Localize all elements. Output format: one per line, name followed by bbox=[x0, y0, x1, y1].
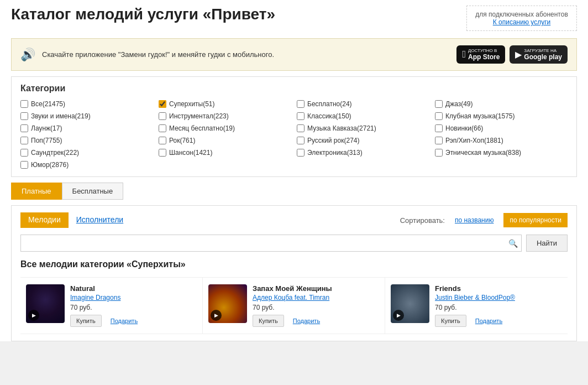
song-info-natural: Natural Imagine Dragons 70 руб. Купить П… bbox=[70, 284, 197, 327]
categories-section: Категории Все(21475)Суперхиты(51)Бесплат… bbox=[11, 76, 577, 177]
category-label-instrumental[interactable]: Инструментал(223) bbox=[169, 112, 229, 120]
tab-melodies[interactable]: Мелодии bbox=[20, 212, 69, 228]
song-title-natural: Natural bbox=[70, 284, 197, 293]
song-thumb-friends: ▶ bbox=[391, 284, 429, 323]
category-label-ethnic[interactable]: Этническая музыка(838) bbox=[445, 149, 521, 157]
buy-button-zapah[interactable]: Купить bbox=[253, 315, 284, 327]
category-checkbox-russianrock[interactable] bbox=[297, 137, 305, 144]
category-label-jazz[interactable]: Джаз(49) bbox=[445, 100, 473, 108]
category-label-electronic[interactable]: Электроника(313) bbox=[307, 149, 363, 157]
category-label-superhits[interactable]: Суперхиты(51) bbox=[169, 100, 215, 108]
appstore-badge[interactable]:  Доступно в App Store bbox=[456, 45, 505, 64]
category-item-free: Бесплатно(24) bbox=[297, 99, 429, 109]
category-item-caucasus: Музыка Кавказа(2721) bbox=[297, 123, 429, 133]
category-label-chanson[interactable]: Шансон(1421) bbox=[169, 149, 212, 157]
category-checkbox-instrumental[interactable] bbox=[159, 112, 166, 120]
appstore-title: App Store bbox=[468, 53, 500, 61]
header: Каталог мелодий услуги «Привет» для подк… bbox=[0, 0, 588, 34]
category-item-monthfree: Месяц бесплатно(19) bbox=[159, 123, 291, 133]
category-checkbox-superhits[interactable] bbox=[159, 100, 166, 108]
category-label-free[interactable]: Бесплатно(24) bbox=[307, 100, 352, 108]
category-checkbox-raphiphop[interactable] bbox=[435, 137, 443, 144]
gift-button-friends[interactable]: Подарить bbox=[470, 315, 508, 327]
play-button-zapah[interactable]: ▶ bbox=[211, 310, 222, 321]
category-label-sounds[interactable]: Звуки и имена(219) bbox=[31, 112, 91, 120]
category-checkbox-jazz[interactable] bbox=[435, 100, 443, 108]
category-label-monthfree[interactable]: Месяц бесплатно(19) bbox=[169, 124, 235, 132]
googleplay-badge[interactable]: ▶ ЗАГРУЗИТЕ НА Google play bbox=[510, 45, 568, 64]
category-label-clubmusic[interactable]: Клубная музыка(1575) bbox=[445, 112, 515, 120]
category-label-rock[interactable]: Рок(761) bbox=[169, 137, 195, 144]
category-item-pop: Поп(7755) bbox=[20, 136, 153, 145]
song-thumb-zapah: ▶ bbox=[208, 284, 247, 323]
song-actions-zapah: Купить Подарить bbox=[253, 315, 379, 327]
header-right: для подключенных абонентов К описанию ус… bbox=[466, 6, 577, 31]
buy-button-friends[interactable]: Купить bbox=[435, 315, 466, 327]
paid-filter-tab[interactable]: Платные bbox=[11, 183, 62, 200]
sort-label: Сортировать: bbox=[400, 216, 445, 225]
song-actions-friends: Купить Подарить bbox=[435, 315, 562, 327]
page-title: Каталог мелодий услуги «Привет» bbox=[11, 6, 275, 23]
category-item-classic: Классика(150) bbox=[297, 111, 429, 121]
category-label-russianrock[interactable]: Русский рок(274) bbox=[307, 137, 359, 144]
category-item-chanson: Шансон(1421) bbox=[159, 148, 291, 158]
category-checkbox-pop[interactable] bbox=[20, 137, 28, 144]
song-info-friends: Friends Justin Bieber & BloodPop® 70 руб… bbox=[435, 284, 562, 327]
song-title-zapah: Запах Моей Женщины bbox=[253, 284, 379, 293]
banner-text: Скачайте приложение "Замени гудок!" и ме… bbox=[42, 50, 450, 59]
category-checkbox-classic[interactable] bbox=[297, 112, 305, 120]
category-checkbox-sounds[interactable] bbox=[20, 112, 28, 120]
free-filter-tab[interactable]: Бесплатные bbox=[62, 183, 124, 200]
song-title-friends: Friends bbox=[435, 284, 562, 293]
category-checkbox-monthfree[interactable] bbox=[159, 124, 166, 132]
category-checkbox-free[interactable] bbox=[297, 100, 305, 108]
category-item-all: Все(21475) bbox=[20, 99, 153, 109]
song-artist-zapah[interactable]: Адлер Коцба feat. Timran bbox=[253, 294, 379, 301]
category-label-lounge[interactable]: Лаунж(17) bbox=[31, 124, 62, 132]
category-checkbox-ethnic[interactable] bbox=[435, 149, 443, 157]
play-button-friends[interactable]: ▶ bbox=[393, 310, 404, 321]
category-label-classic[interactable]: Классика(150) bbox=[307, 112, 351, 120]
sort-by-popularity-btn[interactable]: по популярности bbox=[503, 213, 568, 227]
category-label-pop[interactable]: Поп(7755) bbox=[31, 137, 62, 144]
category-checkbox-electronic[interactable] bbox=[297, 149, 305, 157]
search-icon-btn[interactable]: 🔍 bbox=[508, 239, 518, 248]
category-label-soundtrack[interactable]: Саундтрек(222) bbox=[31, 149, 79, 157]
googleplay-logo-icon: ▶ bbox=[515, 49, 522, 60]
category-checkbox-clubmusic[interactable] bbox=[435, 112, 443, 120]
play-button-natural[interactable]: ▶ bbox=[28, 310, 39, 321]
category-label-newmusic[interactable]: Новинки(66) bbox=[445, 124, 483, 132]
category-checkbox-chanson[interactable] bbox=[159, 149, 166, 157]
tab-performers[interactable]: Исполнители bbox=[69, 212, 131, 228]
category-item-rock: Рок(761) bbox=[159, 136, 291, 145]
service-description-link[interactable]: К описанию услуги bbox=[493, 18, 550, 26]
sort-by-name-btn[interactable]: по названию bbox=[449, 214, 499, 227]
category-item-raphiphop: Рэп/Хип-Хоп(1881) bbox=[435, 136, 568, 145]
gift-button-zapah[interactable]: Подарить bbox=[287, 315, 326, 327]
category-item-superhits: Суперхиты(51) bbox=[159, 99, 291, 109]
category-checkbox-soundtrack[interactable] bbox=[20, 149, 28, 157]
category-checkbox-caucasus[interactable] bbox=[297, 124, 305, 132]
find-button[interactable]: Найти bbox=[526, 235, 568, 252]
category-checkbox-all[interactable] bbox=[20, 100, 28, 108]
googleplay-pre: ЗАГРУЗИТЕ НА bbox=[524, 48, 562, 53]
category-item-instrumental: Инструментал(223) bbox=[159, 111, 291, 121]
promo-banner: 🔊 Скачайте приложение "Замени гудок!" и … bbox=[11, 38, 577, 71]
song-thumb-natural: ▶ bbox=[26, 284, 65, 323]
category-label-caucasus[interactable]: Музыка Кавказа(2721) bbox=[307, 124, 376, 132]
category-label-all[interactable]: Все(21475) bbox=[31, 100, 65, 108]
song-artist-friends[interactable]: Justin Bieber & BloodPop® bbox=[435, 294, 562, 301]
category-label-raphiphop[interactable]: Рэп/Хип-Хоп(1881) bbox=[445, 137, 503, 144]
category-checkbox-lounge[interactable] bbox=[20, 124, 28, 132]
categories-title: Категории bbox=[20, 84, 568, 93]
gift-button-natural[interactable]: Подарить bbox=[105, 315, 143, 327]
category-label-humor[interactable]: Юмор(2876) bbox=[31, 161, 69, 169]
category-item-sounds: Звуки и имена(219) bbox=[20, 111, 153, 121]
category-checkbox-humor[interactable] bbox=[20, 161, 28, 169]
search-input[interactable] bbox=[21, 235, 521, 251]
buy-button-natural[interactable]: Купить bbox=[70, 315, 102, 327]
category-checkbox-rock[interactable] bbox=[159, 137, 166, 144]
category-checkbox-newmusic[interactable] bbox=[435, 124, 443, 132]
song-artist-natural[interactable]: Imagine Dragons bbox=[70, 294, 197, 301]
category-item-ethnic: Этническая музыка(838) bbox=[435, 148, 568, 158]
